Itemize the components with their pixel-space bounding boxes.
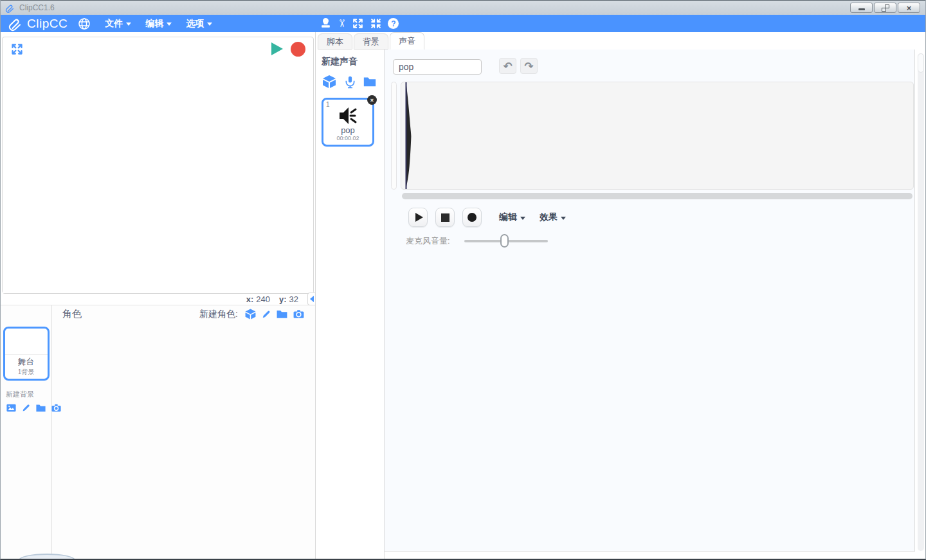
chevron-down-icon xyxy=(207,23,212,26)
menu-bar: ClipCC 文件 编辑 选项 ✂ xyxy=(1,15,925,32)
stage-selector-column: 舞台 1背景 新建背景 xyxy=(1,305,52,560)
speaker-icon xyxy=(337,105,359,126)
record-icon xyxy=(468,213,477,222)
upload-sound-icon[interactable] xyxy=(363,75,377,89)
camera-sprite-icon[interactable] xyxy=(293,308,305,320)
mic-volume-label: 麦克风音量: xyxy=(406,235,450,247)
new-sound-label: 新建声音 xyxy=(322,56,378,68)
tab-sounds[interactable]: 声音 xyxy=(390,32,424,50)
stage-thumbnail xyxy=(5,329,48,355)
y-value: 32 xyxy=(289,294,298,304)
horizontal-scrollbar[interactable] xyxy=(402,193,912,199)
vertical-scrollbar-thumb[interactable] xyxy=(918,53,924,73)
app-window: ClipCC1.6 × ClipCC 文件 编辑 选项 xyxy=(0,0,926,560)
sprites-title: 角色 xyxy=(62,308,82,320)
record-button[interactable] xyxy=(462,208,482,227)
tab-scripts[interactable]: 脚本 xyxy=(318,33,352,50)
green-flag-button[interactable] xyxy=(271,42,283,55)
restore-icon xyxy=(882,5,889,12)
chevron-down-icon xyxy=(126,23,131,26)
close-icon: × xyxy=(907,4,912,12)
x-label: x: xyxy=(246,294,254,304)
y-label: y: xyxy=(279,294,287,304)
chevron-down-icon xyxy=(520,217,525,220)
new-sprite-label: 新建角色: xyxy=(199,309,238,320)
language-globe-icon[interactable] xyxy=(78,17,91,30)
window-title: ClipCC1.6 xyxy=(19,3,55,12)
vertical-scrollbar[interactable] xyxy=(918,53,924,551)
shrink-icon[interactable] xyxy=(370,17,382,30)
sound-list-panel: 新建声音 1 × xyxy=(316,50,385,560)
stage-header xyxy=(3,37,313,60)
help-icon[interactable]: ? xyxy=(388,18,399,29)
paint-backdrop-icon[interactable] xyxy=(21,402,31,413)
sprite-list-header: 角色 新建角色: xyxy=(52,305,315,323)
chevron-down-icon xyxy=(167,23,172,26)
stage-box xyxy=(2,37,314,294)
sprite-tools: ✂ ? xyxy=(320,15,399,32)
mic-volume-thumb[interactable] xyxy=(500,234,509,248)
sound-item-pop[interactable]: 1 × pop 00:00.02 xyxy=(322,98,374,147)
new-backdrop-label: 新建背景 xyxy=(6,390,51,399)
waveform-canvas[interactable] xyxy=(401,82,914,190)
upload-backdrop-icon[interactable] xyxy=(35,402,46,413)
redo-button[interactable]: ↷ xyxy=(520,58,538,74)
menu-file[interactable]: 文件 xyxy=(105,18,131,30)
sound-name-input[interactable] xyxy=(393,59,482,75)
backdrop-library-icon[interactable] xyxy=(6,402,17,413)
menu-edit[interactable]: 编辑 xyxy=(145,18,172,30)
sound-editor: ↶ ↷ xyxy=(385,50,915,552)
sprite-library-icon[interactable] xyxy=(244,308,257,320)
stage-name: 舞台 xyxy=(5,356,48,368)
play-icon xyxy=(415,213,423,222)
sound-duration: 00:00.02 xyxy=(336,135,359,141)
grow-icon[interactable] xyxy=(352,17,364,30)
undo-button[interactable]: ↶ xyxy=(499,58,516,74)
restore-button[interactable] xyxy=(874,3,896,13)
backdrop-count: 1背景 xyxy=(5,368,48,377)
coordinates-row: x: 240 y: 32 xyxy=(1,294,315,305)
record-sound-icon[interactable] xyxy=(343,75,357,89)
stop-icon xyxy=(441,213,449,222)
play-button[interactable] xyxy=(408,208,428,227)
stage-canvas[interactable] xyxy=(3,60,313,293)
waveform-icon xyxy=(401,82,914,190)
effects-dropdown[interactable]: 效果 xyxy=(540,212,566,223)
chevron-left-icon xyxy=(310,296,314,302)
paint-sprite-icon[interactable] xyxy=(261,309,271,320)
tab-backdrops[interactable]: 背景 xyxy=(354,33,388,50)
undo-icon: ↶ xyxy=(503,60,512,73)
app-paperclip-icon xyxy=(5,3,15,14)
delete-sound-button[interactable]: × xyxy=(367,95,377,105)
sprite-list: 角色 新建角色: xyxy=(52,305,315,560)
minimize-button[interactable] xyxy=(850,3,873,13)
upload-sprite-icon[interactable] xyxy=(276,308,288,320)
redo-icon: ↷ xyxy=(524,60,533,73)
brand-name: ClipCC xyxy=(27,17,68,31)
chevron-down-icon xyxy=(561,217,566,220)
window-controls: × xyxy=(850,3,920,13)
stamp-icon[interactable] xyxy=(320,17,332,30)
fullscreen-icon[interactable] xyxy=(10,42,24,56)
collapse-stage-button[interactable] xyxy=(307,293,315,305)
stop-sound-button[interactable] xyxy=(435,208,455,227)
title-bar: ClipCC1.6 × xyxy=(1,0,925,15)
menu-options[interactable]: 选项 xyxy=(186,18,212,30)
editor-column: 脚本 背景 声音 新建声音 xyxy=(316,32,925,560)
stop-button[interactable] xyxy=(291,42,305,57)
sprite-region: 舞台 1背景 新建背景 xyxy=(1,305,315,560)
minimize-icon xyxy=(858,8,865,10)
delete-icon: × xyxy=(370,97,374,104)
main-area: x: 240 y: 32 舞台 1背景 新建背景 xyxy=(1,32,925,560)
tab-bar: 脚本 背景 声音 xyxy=(316,32,925,50)
sound-index: 1 xyxy=(326,101,330,108)
sound-library-icon[interactable] xyxy=(322,74,337,89)
stage-selector-card[interactable]: 舞台 1背景 xyxy=(3,327,50,381)
vertical-track[interactable] xyxy=(391,82,397,190)
stage-and-sprites-column: x: 240 y: 32 舞台 1背景 新建背景 xyxy=(1,32,316,560)
scissors-icon[interactable]: ✂ xyxy=(336,19,348,28)
x-value: 240 xyxy=(256,294,270,304)
edit-dropdown[interactable]: 编辑 xyxy=(499,212,525,223)
close-button[interactable]: × xyxy=(898,3,920,13)
mic-volume-slider[interactable] xyxy=(464,235,548,248)
